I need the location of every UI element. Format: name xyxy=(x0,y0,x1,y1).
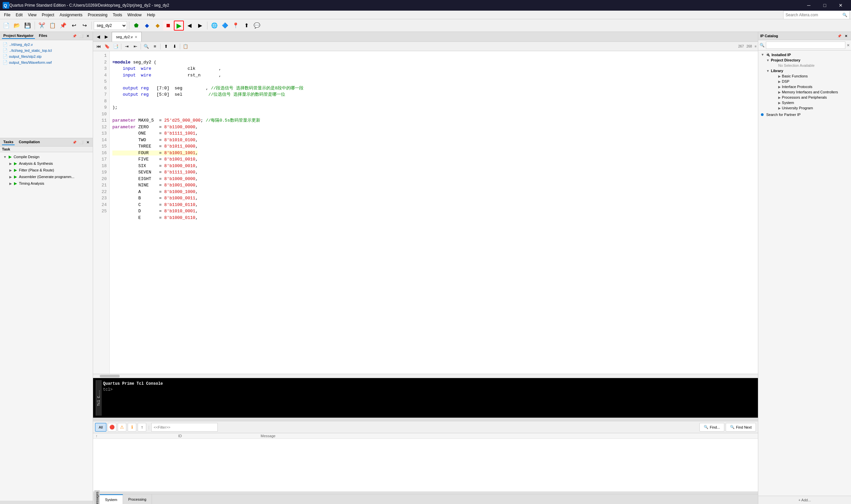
ip-installed-header[interactable]: ▼ 🔌 Installed IP xyxy=(760,52,850,57)
tasks-scrollbar[interactable] xyxy=(0,501,93,504)
task-fitter[interactable]: ▶ ▶ Fitter (Place & Route) xyxy=(1,167,91,174)
bookmark-button[interactable]: 🔖 xyxy=(103,42,111,51)
file-item-vwf[interactable]: 📄 output_files/Waveform.vwf xyxy=(1,59,91,66)
ip-university-program[interactable]: ▶ University Program xyxy=(772,105,850,111)
compile-button[interactable]: ⬟ xyxy=(131,21,141,31)
netlist-button[interactable]: 🌐 xyxy=(209,21,219,31)
tcl-scrollbar-h[interactable] xyxy=(93,418,758,421)
tasks-float-button[interactable]: ⬜ xyxy=(78,139,84,145)
ip-partner-item[interactable]: Search for Partner IP xyxy=(760,112,850,117)
file-item-stp[interactable]: 📄 output_files/stp2.stp xyxy=(1,53,91,59)
outdent-button[interactable]: ⇤ xyxy=(131,42,139,51)
messages-button[interactable]: 💬 xyxy=(252,21,262,31)
undo-button[interactable]: ↩ xyxy=(69,21,79,31)
nav-float-button[interactable]: ⬜ xyxy=(78,33,84,39)
find-button[interactable]: 🔍 Find... xyxy=(699,423,724,432)
project-dropdown[interactable]: seg_dy2 xyxy=(94,21,127,30)
cut-button[interactable]: ✂️ xyxy=(37,21,47,31)
toggle-button[interactable]: ≡ xyxy=(151,42,159,51)
goto-bookmark-button[interactable]: 📑 xyxy=(112,42,120,51)
messages-scrollbar-h[interactable] xyxy=(93,491,758,494)
menu-processing[interactable]: Processing xyxy=(85,11,110,19)
ip-dsp[interactable]: ▶ DSP xyxy=(772,79,850,84)
goto-start-button[interactable]: ⏮ xyxy=(94,42,102,51)
file-item-rtl[interactable]: 📄 ../rtl/seg_dy2.v xyxy=(1,41,91,48)
filter-error-button[interactable]: 🔴 xyxy=(108,423,116,432)
menu-window[interactable]: Window xyxy=(125,11,144,19)
tcl-side-label[interactable]: Tcl C... xyxy=(96,380,102,416)
programmer-button[interactable]: ⬆ xyxy=(241,21,251,31)
tab-tasks[interactable]: Tasks xyxy=(2,139,15,145)
pin-planner-button[interactable]: 📍 xyxy=(231,21,241,31)
close-button[interactable]: ✕ xyxy=(833,0,848,11)
task-timing[interactable]: ▶ ▶ Timing Analysis xyxy=(1,180,91,187)
tab-system[interactable]: System xyxy=(100,494,123,504)
ip-pin-button[interactable]: 📌 xyxy=(836,33,843,39)
menu-project[interactable]: Project xyxy=(39,11,57,19)
find-button[interactable]: 🔍 xyxy=(142,42,150,51)
menu-file[interactable]: File xyxy=(1,11,13,19)
ip-search-clear[interactable]: ✕ xyxy=(847,43,850,48)
tcl-content[interactable]: Quartus Prime Tcl Console tcl> xyxy=(102,380,755,416)
menu-view[interactable]: View xyxy=(25,11,39,19)
messages-content[interactable]: ↑ ID Message xyxy=(93,433,758,491)
menu-tools[interactable]: Tools xyxy=(110,11,125,19)
ip-project-dir-header[interactable]: ▼ Project Directory xyxy=(765,57,850,63)
tasks-close-button[interactable]: ✕ xyxy=(85,139,91,145)
editor-scrollbar-h[interactable] xyxy=(93,374,758,378)
redo-button[interactable]: ↪ xyxy=(79,21,89,31)
stop-button[interactable]: ⏹ xyxy=(163,21,173,31)
back-button[interactable]: ◀ xyxy=(184,21,194,31)
scrollbar-thumb[interactable] xyxy=(100,375,120,377)
copy-module-button[interactable]: 📋 xyxy=(181,42,190,51)
nav-forward-button[interactable]: ▶ xyxy=(102,33,110,41)
paste-button[interactable]: 📌 xyxy=(58,21,68,31)
ip-search-input[interactable] xyxy=(766,41,845,49)
minimize-button[interactable]: ─ xyxy=(801,0,816,11)
task-assembler[interactable]: ▶ ▶ Assembler (Generate programm... xyxy=(1,174,91,180)
search-altera-input[interactable] xyxy=(785,13,843,17)
chip-planner-button[interactable]: 🔷 xyxy=(220,21,230,31)
active-tab-close[interactable]: ✕ xyxy=(135,35,137,39)
ip-add-button[interactable]: + Add... xyxy=(758,496,851,504)
ip-library-header[interactable]: ▼ Library xyxy=(765,68,850,73)
messages-side-label[interactable]: Messages xyxy=(94,490,100,504)
new-file-button[interactable]: 📄 xyxy=(1,21,11,31)
ip-basic-functions[interactable]: ▶ Basic Functions xyxy=(772,73,850,79)
tasks-pin-button[interactable]: 📌 xyxy=(71,139,77,145)
editor-tab-active[interactable]: seg_dy2.v ✕ xyxy=(112,32,142,41)
ip-processors[interactable]: ▶ Processors and Peripherals xyxy=(772,95,850,100)
filter-up-button[interactable]: ↑ xyxy=(138,423,146,432)
tab-processing[interactable]: Processing xyxy=(123,494,152,504)
menu-edit[interactable]: Edit xyxy=(13,11,25,19)
filter-input[interactable] xyxy=(151,423,218,432)
tab-files[interactable]: Files xyxy=(38,33,49,39)
filter-warning-button[interactable]: ⚠ xyxy=(118,423,126,432)
menu-help[interactable]: Help xyxy=(144,11,158,19)
file-item-tcl[interactable]: 📄 ../tcl/seg_led_static_top.tcl xyxy=(1,48,91,53)
tab-compilation[interactable]: Compilation xyxy=(17,139,41,145)
nav-pin-button[interactable]: 📌 xyxy=(71,33,77,39)
ip-close-button[interactable]: ✕ xyxy=(843,33,849,39)
fitter-button[interactable]: ◆ xyxy=(153,21,162,31)
code-content[interactable]: ≡module seg_dy2 ( input wire clk , input… xyxy=(110,51,758,374)
save-button[interactable]: 💾 xyxy=(23,21,33,31)
hierarchy-down-button[interactable]: ⬇ xyxy=(171,42,178,51)
filter-all-button[interactable]: All xyxy=(95,423,106,432)
hierarchy-up-button[interactable]: ⬆ xyxy=(162,42,170,51)
copy-button[interactable]: 📋 xyxy=(48,21,57,31)
indent-button[interactable]: ⇥ xyxy=(123,42,131,51)
nav-back-button[interactable]: ◀ xyxy=(94,33,102,41)
menu-assignments[interactable]: Assignments xyxy=(57,11,85,19)
forward-button[interactable]: ▶ xyxy=(195,21,205,31)
find-next-button[interactable]: 🔍 Find Next xyxy=(726,423,756,432)
task-compile-design[interactable]: ▼ ▶ Compile Design xyxy=(1,154,91,160)
open-file-button[interactable]: 📂 xyxy=(12,21,22,31)
tab-project-navigator[interactable]: Project Navigator xyxy=(2,33,35,39)
maximize-button[interactable]: □ xyxy=(817,0,832,11)
ip-memory-interfaces[interactable]: ▶ Memory Interfaces and Controllers xyxy=(772,89,850,95)
ip-interface-protocols[interactable]: ▶ Interface Protocols xyxy=(772,84,850,89)
filter-info-button[interactable]: ℹ xyxy=(128,423,136,432)
task-analysis-synthesis[interactable]: ▶ ▶ Analysis & Synthesis xyxy=(1,160,91,167)
analysis-button[interactable]: ◆ xyxy=(142,21,152,31)
